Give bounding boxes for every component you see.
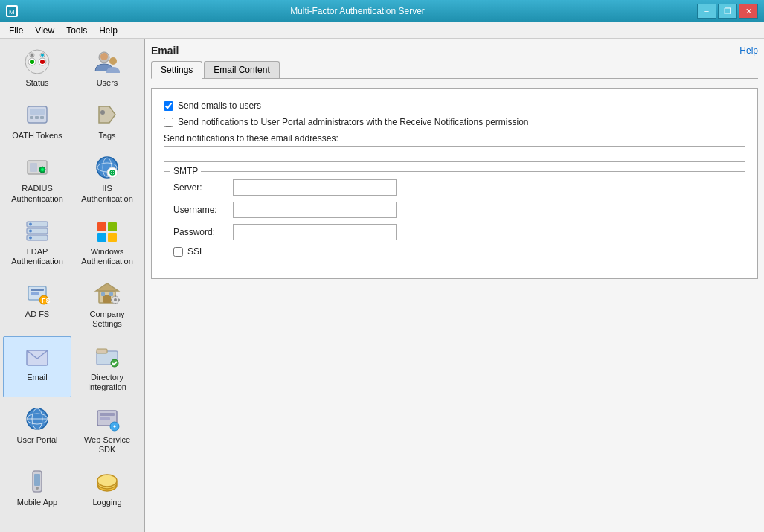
logging-icon [92,467,122,496]
email-addresses-label: Send notifications to these email addres… [164,133,745,144]
oath-icon [22,100,52,129]
tabs: Settings Email Content [151,61,758,79]
svg-rect-36 [108,222,117,231]
section-title: Email [151,45,179,57]
svg-text:FS: FS [42,297,51,304]
tab-settings[interactable]: Settings [151,61,202,79]
svg-rect-61 [100,417,110,420]
sidebar-label-ldap: LDAP Authentication [7,247,68,266]
svg-rect-21 [30,163,37,172]
send-notifications-checkbox[interactable] [164,118,173,127]
help-link[interactable]: Help [739,45,758,56]
menu-bar: File View Tools Help [0,22,764,39]
directory-icon [92,342,122,371]
window-controls: − ❐ ✕ [697,4,758,19]
username-input[interactable] [233,202,397,218]
svg-rect-40 [31,289,44,291]
svg-rect-60 [100,413,115,416]
svg-rect-16 [30,116,33,119]
tab-email-content[interactable]: Email Content [204,61,279,78]
menu-file[interactable]: File [3,24,29,37]
svg-rect-47 [101,292,105,296]
email-addresses-group: Send notifications to these email addres… [164,133,745,162]
menu-tools[interactable]: Tools [60,24,93,37]
send-notifications-row: Send notifications to User Portal admini… [164,117,745,127]
server-row: Server: [173,179,736,196]
svg-rect-48 [109,292,113,296]
window-title: Multi-Factor Authentication Server [18,6,697,16]
svg-rect-37 [97,233,106,242]
svg-point-32 [29,222,32,225]
radius-icon [22,153,52,182]
sidebar-grid: Status Users [3,42,141,513]
sidebar-item-email[interactable]: Email [3,336,71,397]
svg-text:M: M [9,8,15,16]
sidebar-item-status[interactable]: Status [3,42,71,93]
svg-rect-53 [97,349,107,353]
send-emails-label: Send emails to users [178,100,261,111]
sidebar-item-tags[interactable]: Tags [73,94,141,146]
send-emails-checkbox[interactable] [164,101,173,111]
content-area: Email Help Settings Email Content Send e… [145,39,764,532]
password-input[interactable] [233,224,397,240]
sidebar-label-directory: Directory Integration [77,373,138,392]
ssl-row: SSL [173,246,736,257]
sidebar-item-logging[interactable]: Logging [73,461,141,513]
windows-auth-icon [92,216,122,246]
svg-rect-64 [34,474,40,486]
smtp-group-box: SMTP Server: Username: Password: SSL [164,171,745,266]
company-settings-icon [92,278,122,308]
sidebar-item-users[interactable]: Users [73,42,141,93]
menu-view[interactable]: View [29,24,60,37]
email-addresses-input[interactable] [164,146,745,162]
settings-panel: Send emails to users Send notifications … [151,88,758,279]
sidebar-item-web-sdk[interactable]: Web Service SDK [73,399,141,460]
sidebar-label-tags: Tags [98,131,115,141]
sidebar-label-mobile-app: Mobile App [17,498,57,507]
username-row: Username: [173,202,736,218]
sidebar-label-company-settings: Company Settings [77,310,138,329]
svg-point-34 [29,236,32,239]
smtp-legend: SMTP [170,166,201,176]
status-icon [22,47,52,77]
close-button[interactable]: ✕ [739,4,758,19]
sidebar-label-oath: OATH Tokens [12,131,62,141]
web-sdk-icon [92,404,122,434]
mobile-app-icon [22,467,52,496]
svg-point-33 [29,229,32,232]
svg-point-12 [100,53,108,60]
sidebar-item-radius[interactable]: RADIUS Authentication [3,147,71,208]
password-label: Password: [173,227,233,237]
server-input[interactable] [233,179,397,196]
sidebar-item-ldap[interactable]: LDAP Authentication [3,211,71,272]
menu-help[interactable]: Help [93,24,123,37]
svg-rect-41 [31,292,39,295]
ssl-label: SSL [187,246,205,257]
sidebar-item-oath-tokens[interactable]: OATH Tokens [3,94,71,146]
sidebar-item-mobile-app[interactable]: Mobile App [3,461,71,513]
email-icon [22,342,52,371]
sidebar: Status Users [0,39,145,532]
server-label: Server: [173,182,233,193]
ssl-checkbox[interactable] [173,247,183,257]
svg-point-23 [41,168,44,171]
sidebar-item-company-settings[interactable]: Company Settings [73,273,141,334]
restore-button[interactable]: ❐ [718,4,737,19]
svg-rect-38 [108,233,117,242]
minimize-button[interactable]: − [697,4,716,19]
adfs-icon: FS [22,278,52,308]
sidebar-label-email: Email [27,373,48,382]
sidebar-item-directory[interactable]: Directory Integration [73,336,141,397]
sidebar-label-windows-auth: Windows Authentication [77,247,138,266]
username-label: Username: [173,205,233,215]
svg-rect-46 [103,295,111,303]
app-icon: M [6,5,18,17]
tags-icon [92,100,122,129]
sidebar-item-iis[interactable]: IIS Authentication [73,147,141,208]
sidebar-item-adfs[interactable]: FS AD FS [3,273,71,334]
sidebar-label-logging: Logging [92,498,121,507]
svg-rect-15 [30,109,45,115]
sidebar-item-user-portal[interactable]: User Portal [3,399,71,460]
sidebar-item-windows-auth[interactable]: Windows Authentication [73,211,141,272]
password-row: Password: [173,224,736,240]
